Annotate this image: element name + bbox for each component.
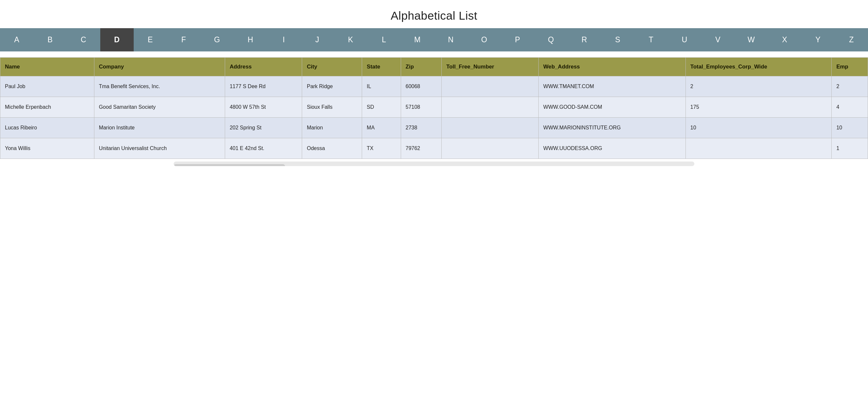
cell-web-address: WWW.MARIONINSTITUTE.ORG: [539, 118, 686, 138]
alpha-nav-item-m[interactable]: M: [401, 28, 434, 52]
cell-name: Lucas Ribeiro: [0, 118, 94, 138]
alpha-nav-item-i[interactable]: I: [267, 28, 301, 52]
alpha-nav-item-t[interactable]: T: [634, 28, 668, 52]
column-header-toll-free-number: Toll_Free_Number: [442, 58, 539, 76]
data-table-container: NameCompanyAddressCityStateZipToll_Free_…: [0, 57, 868, 166]
cell-total-employees-corp-wide: 2: [685, 76, 832, 97]
cell-company: Good Samaritan Society: [94, 97, 225, 118]
cell-web-address: WWW.TMANET.COM: [539, 76, 686, 97]
scrollbar-thumb: [174, 164, 285, 166]
column-header-company: Company: [94, 58, 225, 76]
cell-toll-free-number: [442, 97, 539, 118]
column-header-state: State: [362, 58, 401, 76]
column-header-name: Name: [0, 58, 94, 76]
alpha-nav-item-g[interactable]: G: [200, 28, 234, 52]
alpha-nav-item-k[interactable]: K: [334, 28, 367, 52]
horizontal-scrollbar[interactable]: [174, 161, 694, 166]
alpha-nav-item-z[interactable]: Z: [835, 28, 868, 52]
alpha-nav-item-w[interactable]: W: [735, 28, 768, 52]
cell-web-address: WWW.UUODESSA.ORG: [539, 138, 686, 159]
cell-address: 401 E 42nd St.: [225, 138, 302, 159]
alpha-nav-item-b[interactable]: B: [33, 28, 67, 52]
cell-company: Marion Institute: [94, 118, 225, 138]
cell-state: IL: [362, 76, 401, 97]
cell-state: TX: [362, 138, 401, 159]
cell-zip: 60068: [401, 76, 441, 97]
alpha-nav-item-q[interactable]: Q: [534, 28, 567, 52]
alpha-nav-item-a[interactable]: A: [0, 28, 33, 52]
cell-total-employees-corp-wide: [685, 138, 832, 159]
table-row: Michelle ErpenbachGood Samaritan Society…: [0, 97, 868, 118]
alphabet-navigation: ABCDEFGHIJKLMNOPQRSTUVWXYZ: [0, 28, 868, 52]
cell-state: SD: [362, 97, 401, 118]
alpha-nav-item-y[interactable]: Y: [801, 28, 835, 52]
table-body: Paul JobTma Benefit Services, Inc.1177 S…: [0, 76, 868, 159]
cell-emp: 4: [832, 97, 868, 118]
column-header-total-employees-corp-wide: Total_Employees_Corp_Wide: [685, 58, 832, 76]
cell-toll-free-number: [442, 118, 539, 138]
alphabetical-list-table: NameCompanyAddressCityStateZipToll_Free_…: [0, 57, 868, 159]
cell-web-address: WWW.GOOD-SAM.COM: [539, 97, 686, 118]
cell-emp: 1: [832, 138, 868, 159]
alpha-nav-item-n[interactable]: N: [434, 28, 468, 52]
alpha-nav-item-p[interactable]: P: [501, 28, 534, 52]
alpha-nav-item-l[interactable]: L: [367, 28, 401, 52]
cell-city: Marion: [302, 118, 362, 138]
column-header-zip: Zip: [401, 58, 441, 76]
alpha-nav-item-f[interactable]: F: [167, 28, 200, 52]
cell-emp: 10: [832, 118, 868, 138]
cell-zip: 79762: [401, 138, 441, 159]
cell-city: Park Ridge: [302, 76, 362, 97]
cell-name: Paul Job: [0, 76, 94, 97]
cell-company: Tma Benefit Services, Inc.: [94, 76, 225, 97]
cell-state: MA: [362, 118, 401, 138]
table-row: Lucas RibeiroMarion Institute202 Spring …: [0, 118, 868, 138]
alpha-nav-item-o[interactable]: O: [467, 28, 501, 52]
cell-city: Odessa: [302, 138, 362, 159]
column-header-web-address: Web_Address: [539, 58, 686, 76]
table-row: Paul JobTma Benefit Services, Inc.1177 S…: [0, 76, 868, 97]
alpha-nav-item-j[interactable]: J: [301, 28, 334, 52]
column-header-city: City: [302, 58, 362, 76]
alpha-nav-item-v[interactable]: V: [701, 28, 735, 52]
cell-total-employees-corp-wide: 175: [685, 97, 832, 118]
column-header-address: Address: [225, 58, 302, 76]
cell-zip: 57108: [401, 97, 441, 118]
alpha-nav-item-e[interactable]: E: [134, 28, 167, 52]
cell-city: Sioux Falls: [302, 97, 362, 118]
cell-address: 4800 W 57th St: [225, 97, 302, 118]
alpha-nav-item-d[interactable]: D: [100, 28, 134, 52]
cell-address: 1177 S Dee Rd: [225, 76, 302, 97]
cell-toll-free-number: [442, 76, 539, 97]
alpha-nav-item-r[interactable]: R: [567, 28, 601, 52]
cell-emp: 2: [832, 76, 868, 97]
table-row: Yona WillisUnitarian Universalist Church…: [0, 138, 868, 159]
alpha-nav-item-u[interactable]: U: [668, 28, 701, 52]
cell-zip: 2738: [401, 118, 441, 138]
cell-name: Michelle Erpenbach: [0, 97, 94, 118]
alpha-nav-item-h[interactable]: H: [234, 28, 267, 52]
cell-company: Unitarian Universalist Church: [94, 138, 225, 159]
alpha-nav-item-s[interactable]: S: [601, 28, 634, 52]
alpha-nav-item-x[interactable]: X: [768, 28, 801, 52]
cell-total-employees-corp-wide: 10: [685, 118, 832, 138]
column-header-emp: Emp: [832, 58, 868, 76]
page-title: Alphabetical List: [0, 0, 868, 28]
cell-address: 202 Spring St: [225, 118, 302, 138]
cell-name: Yona Willis: [0, 138, 94, 159]
cell-toll-free-number: [442, 138, 539, 159]
table-header-row: NameCompanyAddressCityStateZipToll_Free_…: [0, 58, 868, 76]
alpha-nav-item-c[interactable]: C: [67, 28, 100, 52]
